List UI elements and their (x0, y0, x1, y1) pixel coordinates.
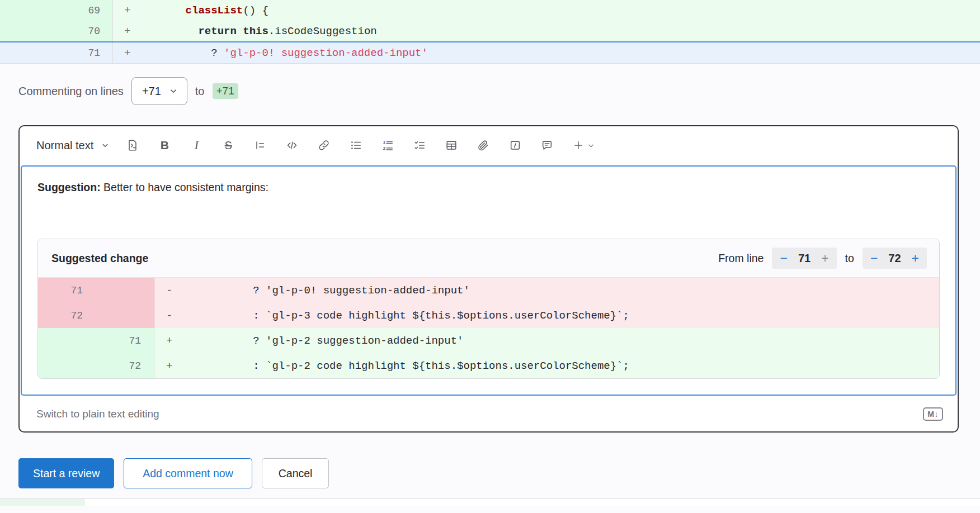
diff-context-lines: 69+ classList() {70+ return this.isCodeS… (0, 0, 980, 64)
editor-content-area[interactable]: Suggestion: Better to have consistent ma… (21, 165, 957, 396)
more-options-button[interactable] (568, 134, 600, 156)
suggestion-diff-row: 71- ? 'gl-p-0! suggestion-added-input' (38, 278, 939, 303)
details-icon (509, 139, 521, 151)
chevron-down-icon (100, 140, 110, 150)
attach-file-button[interactable] (472, 134, 494, 156)
suggested-change-diff: 71- ? 'gl-p-0! suggestion-added-input'72… (38, 278, 939, 378)
start-line-dropdown[interactable]: +71 (131, 77, 187, 105)
from-line-decrease-button[interactable]: − (780, 252, 787, 265)
removed-marker: - (155, 284, 202, 297)
comment-rest-text: Better to have consistent margins: (101, 181, 268, 193)
from-line-value: 71 (798, 252, 811, 265)
task-list-button[interactable] (408, 134, 431, 156)
to-line-value: 72 (888, 252, 901, 265)
to-line-stepper: − 72 + (863, 248, 927, 269)
link-button[interactable] (313, 134, 335, 156)
to-line-increase-button[interactable]: + (912, 252, 919, 265)
suggestion-diff-row: 72- : `gl-p-3 code highlight ${this.$opt… (38, 303, 939, 328)
code-suggestion-icon (126, 139, 139, 151)
insert-suggestion-button[interactable] (121, 134, 144, 156)
code-button[interactable] (281, 134, 303, 156)
diff-line-row: 69+ classList() { (0, 0, 980, 21)
start-review-button[interactable]: Start a review (18, 458, 114, 488)
from-line-label: From line (718, 252, 764, 265)
diff-gutter (0, 499, 84, 506)
suggested-change-title: Suggested change (51, 252, 148, 265)
diff-line-content: + classList() { (113, 0, 980, 21)
diff-added-marker: + (113, 25, 160, 37)
code-icon (286, 139, 298, 151)
comment-actions: Start a review Add comment now Cancel (18, 458, 980, 488)
old-line-number: 72 (38, 303, 96, 328)
ordered-list-button[interactable]: 12 (376, 134, 399, 156)
italic-button[interactable]: I (185, 134, 208, 156)
diff-line-content: + return this.isCodeSuggestion (113, 21, 980, 41)
table-icon (445, 139, 458, 151)
bullet-list-icon (350, 139, 362, 151)
to-line-decrease-button[interactable]: − (870, 252, 878, 265)
diff-added-marker: + (113, 47, 160, 59)
diff-added-marker: + (113, 4, 160, 17)
old-line-number (38, 353, 96, 378)
comment-button[interactable] (536, 134, 558, 156)
new-line-number: 71 (96, 328, 154, 353)
line-number-cell[interactable]: 69 (0, 0, 113, 21)
from-line-increase-button[interactable]: + (821, 252, 828, 265)
old-line-number (38, 328, 96, 353)
bold-icon: B (161, 139, 169, 152)
new-line-number: 72 (96, 353, 154, 378)
bold-button[interactable]: B (153, 134, 176, 156)
switch-to-plain-text-button[interactable]: Switch to plain text editing (36, 408, 159, 420)
markdown-icon: M↓ (923, 407, 943, 421)
diff-line-content: + ? 'gl-p-0! suggestion-added-input' (113, 42, 980, 63)
end-line-badge: +71 (213, 83, 238, 99)
svg-text:1: 1 (383, 140, 386, 145)
code-text: classList() { (160, 4, 268, 17)
add-comment-now-button[interactable]: Add comment now (124, 458, 252, 488)
strikethrough-button[interactable]: S (217, 134, 239, 156)
rich-text-editor: Normal text BIS12 Suggestion: Better to … (18, 125, 959, 433)
code-text: : `gl-p-2 code highlight ${this.$options… (202, 360, 629, 372)
text-style-dropdown[interactable]: Normal text (36, 139, 110, 152)
suggested-change-widget: Suggested change From line − 71 + to − 7… (37, 239, 940, 379)
added-marker: + (155, 360, 202, 372)
new-line-number (96, 278, 154, 303)
suggestion-line-content: + ? 'gl-p-2 suggestion-added-input' (154, 328, 939, 353)
to-line-label: to (845, 252, 854, 265)
svg-text:2: 2 (383, 146, 386, 151)
code-text: : `gl-p-3 code highlight ${this.$options… (202, 310, 629, 322)
code-text: ? 'gl-p-0! suggestion-added-input' (160, 47, 428, 59)
chevron-down-icon (586, 141, 596, 150)
old-line-number: 71 (38, 278, 96, 303)
suggestion-line-range-controls: From line − 71 + to − 72 + (718, 248, 927, 269)
suggested-change-header: Suggested change From line − 71 + to − 7… (38, 239, 939, 278)
task-list-icon (413, 139, 426, 151)
next-diff-line-partial (0, 498, 980, 506)
new-line-number (96, 303, 154, 328)
line-number-cell[interactable]: 70 (0, 21, 113, 41)
suggestion-diff-row: 71+ ? 'gl-p-2 suggestion-added-input' (38, 328, 939, 353)
code-text: ? 'gl-p-2 suggestion-added-input' (202, 335, 463, 347)
suggestion-line-content: - : `gl-p-3 code highlight ${this.$optio… (154, 303, 939, 328)
from-line-stepper: − 71 + (772, 248, 836, 269)
cancel-button[interactable]: Cancel (262, 458, 329, 488)
text-style-label: Normal text (36, 139, 93, 152)
commenting-range-label: Commenting on lines (18, 85, 124, 98)
plus-icon (573, 140, 584, 151)
code-text: ? 'gl-p-0! suggestion-added-input' (202, 284, 470, 297)
start-line-value: +71 (142, 85, 161, 98)
commenting-range-bar: Commenting on lines +71 to +71 (18, 77, 980, 105)
quote-button[interactable] (249, 134, 271, 156)
code-text: return this.isCodeSuggestion (160, 25, 377, 37)
added-marker: + (155, 335, 202, 347)
table-button[interactable] (440, 134, 463, 156)
bullet-list-button[interactable] (345, 134, 367, 156)
details-block-button[interactable] (504, 134, 526, 156)
suggestion-line-content: - ? 'gl-p-0! suggestion-added-input' (154, 278, 939, 303)
suggestion-diff-row: 72+ : `gl-p-2 code highlight ${this.$opt… (38, 353, 939, 378)
diff-line-row: 71+ ? 'gl-p-0! suggestion-added-input' (0, 41, 980, 63)
ordered-list-icon: 12 (381, 139, 394, 151)
line-number-cell[interactable]: 71 (0, 42, 113, 63)
editor-footer: Switch to plain text editing M↓ (20, 397, 958, 431)
comment-icon (541, 139, 553, 151)
